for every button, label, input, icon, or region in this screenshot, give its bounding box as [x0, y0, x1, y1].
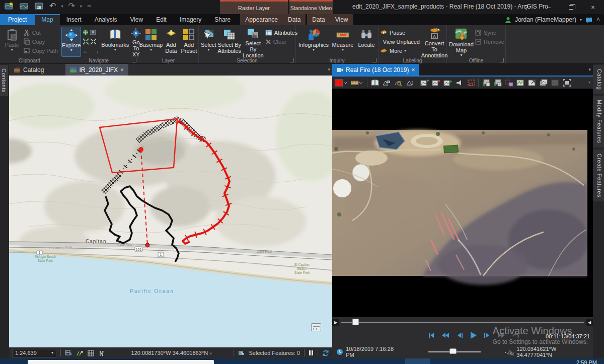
metadata-panel-icon[interactable] — [505, 79, 513, 87]
tab-map[interactable]: Map — [35, 14, 59, 25]
audio-icon[interactable] — [455, 79, 464, 87]
seek-handle[interactable] — [352, 319, 359, 325]
video-footprint-icon[interactable] — [467, 79, 475, 87]
map-pane-menu-caret[interactable]: ▾ — [328, 67, 330, 72]
customize-qat-icon[interactable]: ≂ — [87, 3, 92, 10]
save-frame-icon[interactable] — [482, 79, 490, 87]
fast-forward-button[interactable] — [497, 332, 505, 339]
copy-button[interactable]: Copy — [24, 37, 58, 46]
tab-edit[interactable]: Edit — [149, 14, 173, 25]
notifications-icon[interactable] — [585, 17, 593, 23]
add-data-button[interactable]: Add Data — [163, 27, 179, 57]
north-arrow-icon[interactable] — [98, 350, 105, 356]
basemap-button[interactable]: Basemap ▾ — [140, 27, 162, 57]
seek-end-button[interactable]: ◀ — [586, 319, 593, 326]
measure-button[interactable]: Measure ▾ — [331, 27, 355, 57]
step-forward-button[interactable] — [484, 332, 491, 339]
locate-button[interactable]: Locate — [356, 27, 376, 57]
scale-combo[interactable]: 1:24,639 ▾ — [12, 349, 56, 357]
tab-insert[interactable]: Insert — [60, 14, 88, 25]
taskbar-app-button[interactable] — [405, 358, 430, 364]
add-reference-grid-icon[interactable] — [65, 350, 72, 356]
contents-pane-tab[interactable]: Contents — [0, 65, 8, 96]
undo-caret[interactable]: ▾ — [61, 4, 63, 9]
pause-drawing-icon[interactable] — [309, 350, 314, 356]
full-extent-button[interactable] — [83, 28, 100, 37]
video-view[interactable] — [332, 89, 593, 317]
add-preset-button[interactable]: Add Preset — [181, 27, 197, 57]
view-unplaced-button[interactable]: View Unplaced — [381, 37, 420, 46]
infographics-button[interactable]: Infographics ▾ — [298, 27, 329, 57]
image-diagonal-icon[interactable] — [528, 79, 537, 87]
signed-in-user[interactable]: Jordan (FlameMapper) — [515, 16, 576, 23]
image-stack-icon[interactable] — [540, 79, 548, 87]
previous-extent-button[interactable]: ← — [83, 47, 90, 54]
save-all-frames-icon[interactable] — [493, 79, 502, 87]
map-view[interactable]: 101 1 1 Capitan Calle Real Calle Real El… — [9, 76, 332, 347]
undo-button[interactable]: ↶ — [49, 2, 56, 10]
rotate-camera-icon[interactable] — [405, 79, 414, 87]
attributes-button[interactable]: Attributes — [265, 28, 297, 37]
video-pane-menu-caret[interactable]: ▾ — [588, 67, 591, 72]
catalog-pane-tab[interactable]: Catalog — [593, 65, 604, 94]
seek-start-button[interactable]: ▶ — [332, 319, 339, 326]
bookmarks-button[interactable]: Bookmarks ▾ — [101, 27, 129, 57]
paste-button[interactable]: Paste ▾ — [2, 27, 22, 57]
rewind-button[interactable] — [441, 332, 449, 339]
seek-track[interactable] — [341, 322, 584, 323]
grid-icon[interactable] — [88, 350, 94, 356]
inquiry-dialog-launcher[interactable] — [372, 58, 376, 62]
taskbar-search-box[interactable] — [28, 360, 214, 364]
save-project-icon[interactable] — [34, 2, 44, 11]
map-coordinates[interactable]: 120.0081730°W 34.4601863°N ˅ — [113, 350, 230, 356]
new-project-icon[interactable] — [4, 2, 14, 11]
playback-speed-slider[interactable] — [428, 351, 481, 352]
follow-camera-icon[interactable] — [394, 79, 402, 87]
open-project-icon[interactable] — [19, 2, 29, 11]
select-by-attributes-button[interactable]: Select By Attributes — [218, 27, 241, 57]
refresh-icon[interactable] — [322, 350, 329, 356]
download-map-button[interactable]: Download Map ▾ — [449, 27, 474, 57]
tab-imagery[interactable]: Imagery — [173, 14, 208, 25]
close-video-tab-icon[interactable]: × — [411, 66, 415, 74]
explore-button[interactable]: Explore ▾ — [61, 27, 81, 57]
restore-button[interactable] — [560, 0, 582, 14]
next-extent-button[interactable]: → — [92, 47, 100, 54]
sync-button[interactable]: Sync — [475, 28, 504, 37]
toolbar-overflow-caret[interactable]: ▾ — [588, 81, 590, 85]
copy-path-button[interactable]: Copy Path — [24, 46, 58, 55]
user-caret[interactable]: ▾ — [580, 18, 582, 22]
tab-view[interactable]: View — [123, 14, 149, 25]
export-image-icon[interactable] — [516, 79, 525, 87]
skip-to-start-button[interactable] — [428, 332, 435, 339]
more-labeling-button[interactable]: More ▾ — [381, 46, 420, 55]
map-view-tab[interactable]: IR_2020_JIFX × — [65, 64, 128, 76]
graphics-color-swatch[interactable] — [335, 79, 348, 87]
speed-handle[interactable] — [449, 348, 457, 354]
select-button[interactable]: Select ▾ — [201, 27, 216, 57]
cut-button[interactable]: Cut — [24, 28, 58, 37]
redo-button[interactable]: ↷ — [68, 2, 74, 10]
close-map-tab-icon[interactable]: × — [120, 66, 124, 74]
loop-button[interactable] — [512, 332, 519, 339]
select-by-location-button[interactable]: Select By Location — [243, 27, 264, 57]
tab-project[interactable]: Project — [0, 14, 35, 25]
help-button[interactable]: ? — [515, 0, 538, 14]
offline-dialog-launcher[interactable] — [500, 58, 504, 62]
video-bookmarks-icon[interactable] — [370, 79, 379, 87]
image-disabled-icon[interactable] — [551, 79, 560, 87]
export-frame-icon[interactable] — [443, 79, 452, 87]
remove-button[interactable]: Remove — [475, 37, 504, 46]
capture-frame-icon[interactable] — [563, 79, 571, 87]
tab-analysis[interactable]: Analysis — [88, 14, 124, 25]
navigate-dialog-launcher[interactable] — [132, 58, 136, 62]
step-back-button[interactable] — [456, 332, 463, 339]
camera-keyframe-icon[interactable] — [382, 79, 391, 87]
video-view-tab[interactable]: Real Fire (18 Oct 2019) × — [332, 64, 419, 76]
tab-video-view[interactable]: View — [330, 14, 353, 25]
pause-labeling-button[interactable]: Pause — [381, 28, 420, 37]
tab-share[interactable]: Share — [208, 14, 237, 25]
clear-selection-button[interactable]: Clear — [265, 37, 297, 46]
collapse-ribbon-icon[interactable]: ˄ — [596, 16, 600, 23]
remove-frame-icon[interactable] — [432, 79, 440, 87]
